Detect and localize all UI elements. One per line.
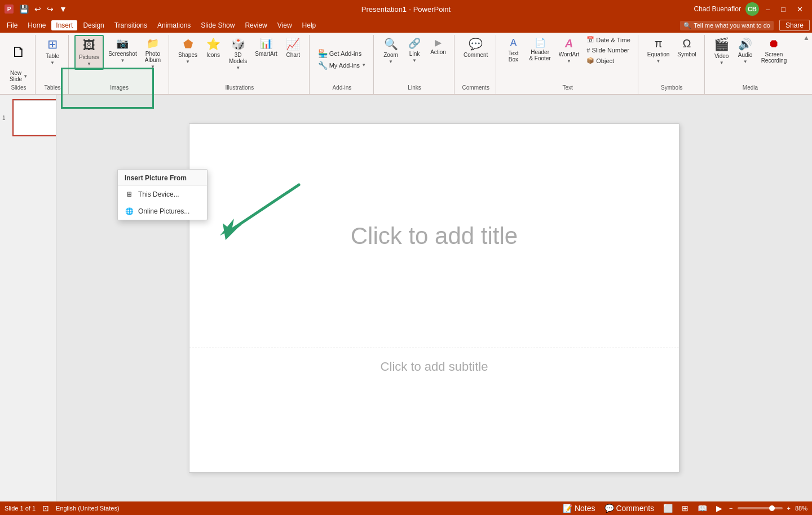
menu-transitions[interactable]: Transitions (110, 20, 152, 30)
menu-help[interactable]: Help (298, 20, 321, 30)
notes-button[interactable]: 📝 Notes (561, 503, 597, 514)
screen-recording-button[interactable]: ⏺ ScreenRecording (758, 35, 791, 66)
normal-view-button[interactable]: ⬜ (661, 503, 675, 514)
my-addins-button[interactable]: 🔧 My Add-ins ▼ (315, 60, 369, 71)
tell-me-search[interactable]: 🔍 Tell me what you want to do (680, 21, 774, 30)
new-slide-button[interactable]: 🗋 (7, 35, 30, 69)
addins-stack: 🏪 Get Add-ins 🔧 My Add-ins ▼ (315, 48, 369, 71)
header-footer-button[interactable]: 📄 Header& Footer (526, 35, 554, 64)
symbol-label: Symbol (677, 51, 696, 57)
date-time-button[interactable]: 📅 Date & Time (584, 35, 633, 45)
equation-label: Equation (647, 51, 669, 57)
3d-models-arrow-icon: ▼ (236, 65, 240, 70)
ribbon-group-images: 🖼 Pictures ▼ 📷 Screenshot ▼ 📁 PhotoAlbum… (70, 35, 169, 94)
customize-button[interactable]: ▼ (57, 3, 69, 15)
table-button[interactable]: ⊞ Table ▼ (41, 35, 64, 68)
video-icon: 🎬 (714, 37, 729, 52)
slide-title-area[interactable]: Click to add title (189, 124, 679, 348)
this-device-option[interactable]: 🖥 This Device... (118, 186, 207, 203)
menu-home[interactable]: Home (23, 20, 50, 30)
share-button[interactable]: Share (779, 20, 810, 31)
action-button[interactable]: ▶ Action (427, 35, 449, 57)
date-time-icon: 📅 (586, 36, 594, 43)
fit-slide-icon[interactable]: ⊡ (42, 504, 49, 513)
dropdown-header: Insert Picture From (118, 170, 207, 186)
zoom-percent[interactable]: 88% (795, 505, 807, 512)
slide-number-button[interactable]: # Slide Number (584, 46, 633, 55)
menu-slideshow[interactable]: Slide Show (196, 20, 239, 30)
media-group-items: 🎬 Video ▼ 🔊 Audio ▼ ⏺ ScreenRecording (710, 35, 791, 83)
maximize-button[interactable]: □ (776, 3, 790, 16)
online-pictures-option[interactable]: 🌐 Online Pictures... (118, 203, 207, 220)
comments-group-items: 💬 Comment (460, 35, 491, 83)
symbol-button[interactable]: Ω Symbol (674, 35, 699, 60)
object-button[interactable]: 📦 Object (584, 56, 633, 65)
reading-view-button[interactable]: 📖 (695, 503, 709, 514)
ribbon-group-links: 🔍 Zoom ▼ 🔗 Link ▼ ▶ Action Links (375, 35, 454, 94)
pictures-button[interactable]: 🖼 Pictures ▼ (74, 35, 104, 70)
textbox-button[interactable]: A TextBox (502, 35, 524, 65)
text-group-label: Text (502, 83, 633, 92)
slide-subtitle-area[interactable]: Click to add subtitle (189, 348, 679, 472)
photo-album-arrow-icon: ▼ (151, 64, 155, 69)
screen-recording-label: ScreenRecording (761, 51, 787, 64)
close-button[interactable]: ✕ (792, 3, 807, 16)
screenshot-arrow-icon: ▼ (120, 58, 125, 63)
slide-title-placeholder: Click to add title (351, 223, 518, 250)
online-pictures-icon: 🌐 (125, 207, 134, 216)
slide-canvas[interactable]: Click to add title Click to add subtitle (189, 123, 679, 473)
ribbon-collapse-button[interactable]: ▲ (803, 34, 810, 42)
video-button[interactable]: 🎬 Video ▼ (710, 35, 733, 68)
equation-button[interactable]: π Equation ▼ (644, 35, 673, 66)
illustrations-group-label: Illustrations (175, 83, 304, 92)
photo-album-button[interactable]: 📁 PhotoAlbum ▼ (142, 35, 164, 72)
links-group-label: Links (379, 83, 449, 92)
menu-insert[interactable]: Insert (51, 20, 77, 30)
date-time-label: Date & Time (596, 37, 630, 43)
photo-album-icon: 📁 (147, 37, 159, 50)
menu-animations[interactable]: Animations (153, 20, 195, 30)
new-slide-dropdown[interactable]: NewSlide ▼ (7, 69, 30, 83)
zoom-in-icon[interactable]: + (787, 505, 791, 512)
save-button[interactable]: 💾 (17, 3, 31, 15)
slide-panel-item: 1 (12, 99, 54, 136)
wordart-button[interactable]: A WordArt ▼ (555, 35, 583, 66)
comment-button[interactable]: 💬 Comment (460, 35, 491, 60)
slideshow-view-button[interactable]: ▶ (714, 503, 725, 514)
tables-group-label: Tables (41, 83, 64, 92)
outline-view-button[interactable]: ⊞ (679, 503, 691, 514)
menu-design[interactable]: Design (78, 20, 108, 30)
ribbon-group-symbols: π Equation ▼ Ω Symbol Symbols (639, 35, 705, 94)
screenshot-button[interactable]: 📷 Screenshot ▼ (105, 35, 140, 65)
audio-button[interactable]: 🔊 Audio ▼ (734, 35, 757, 66)
icons-button[interactable]: ⭐ Icons (202, 35, 224, 60)
my-addins-label: My Add-ins (329, 62, 360, 69)
object-label: Object (596, 57, 614, 64)
title-bar: P 💾 ↩ ↪ ▼ Presentation1 - PowerPoint Cha… (0, 0, 812, 18)
get-addins-button[interactable]: 🏪 Get Add-ins (315, 48, 369, 59)
notes-icon: 📝 (563, 504, 572, 513)
comments-status-button[interactable]: 💬 Comments (602, 503, 657, 514)
zoom-button[interactable]: 🔍 Zoom ▼ (379, 35, 402, 66)
shapes-button[interactable]: ⬟ Shapes ▼ (175, 35, 201, 66)
chart-button[interactable]: 📈 Chart (282, 35, 304, 60)
zoom-slider[interactable] (738, 507, 783, 509)
minimize-button[interactable]: – (761, 3, 774, 16)
slide-thumbnail[interactable] (12, 99, 56, 136)
slide-number-indicator: 1 (2, 115, 6, 121)
link-button[interactable]: 🔗 Link ▼ (403, 35, 426, 65)
menu-view[interactable]: View (273, 20, 297, 30)
redo-button[interactable]: ↪ (45, 3, 56, 15)
menu-review[interactable]: Review (240, 20, 271, 30)
ribbon-group-addins: 🏪 Get Add-ins 🔧 My Add-ins ▼ Add-ins (311, 35, 374, 94)
addins-group-items: 🏪 Get Add-ins 🔧 My Add-ins ▼ (315, 35, 369, 83)
links-group-items: 🔍 Zoom ▼ 🔗 Link ▼ ▶ Action (379, 35, 449, 83)
undo-button[interactable]: ↩ (32, 3, 43, 15)
illustrations-group-items: ⬟ Shapes ▼ ⭐ Icons 🎲 3DModels ▼ 📊 SmartA… (175, 35, 304, 83)
comment-icon: 💬 (469, 37, 483, 51)
smartart-button[interactable]: 📊 SmartArt (251, 35, 280, 59)
3d-models-button[interactable]: 🎲 3DModels ▼ (226, 35, 250, 73)
menu-file[interactable]: File (2, 20, 22, 30)
title-bar-left: P 💾 ↩ ↪ ▼ (5, 3, 69, 15)
zoom-out-icon[interactable]: − (729, 505, 732, 512)
